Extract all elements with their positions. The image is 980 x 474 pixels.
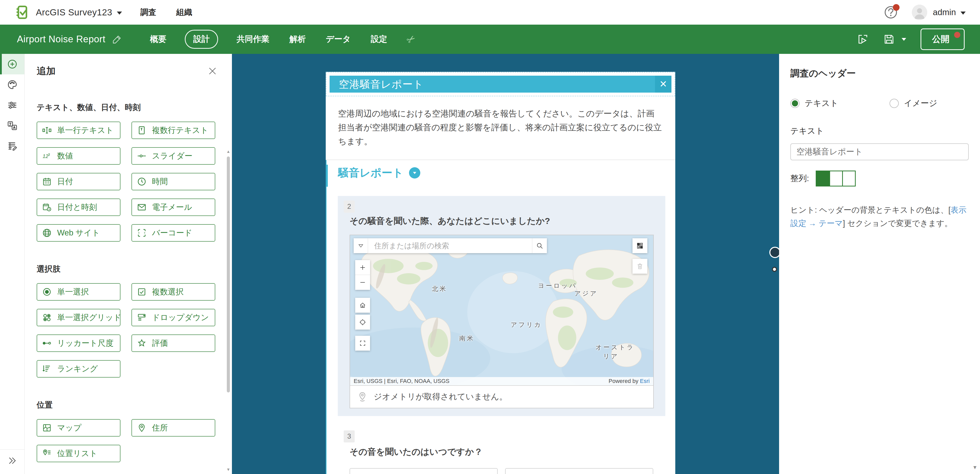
align-right-button[interactable] bbox=[842, 171, 855, 186]
menu-surveys[interactable]: 調査 bbox=[140, 7, 156, 18]
rename-pencil-icon[interactable] bbox=[112, 34, 122, 45]
dropdown-icon bbox=[137, 313, 147, 323]
app-switcher-caret-icon[interactable] bbox=[117, 11, 122, 14]
tab-設計[interactable]: 設計 bbox=[185, 30, 218, 49]
align-center-button[interactable] bbox=[829, 171, 842, 186]
map-clear-button[interactable] bbox=[633, 259, 648, 274]
add-widget-住所[interactable]: 住所 bbox=[132, 419, 215, 437]
add-widget-位置リスト[interactable]: 位置リスト bbox=[37, 445, 121, 462]
username[interactable]: admin bbox=[933, 8, 956, 17]
panel-scrollbar[interactable]: ▲ ▼ bbox=[226, 149, 231, 472]
map-home-button[interactable] bbox=[355, 298, 370, 313]
add-widget-数値[interactable]: 123数値 bbox=[37, 147, 121, 165]
form-header[interactable]: 空港騒音レポート ✕ bbox=[329, 76, 671, 93]
question-3-datetime[interactable]: 3 その音を聞いたのはいつですか？ YYYY/MM/DD bbox=[338, 430, 665, 474]
add-widget-時間[interactable]: 時間 bbox=[132, 173, 215, 190]
esri-link[interactable]: Esri bbox=[640, 378, 650, 384]
add-widget-Web サイト[interactable]: Web サイト bbox=[37, 224, 121, 242]
save-menu-caret-icon[interactable] bbox=[902, 38, 906, 41]
align-label: 整列: bbox=[791, 173, 809, 184]
canvas-drag-handle-small[interactable] bbox=[772, 267, 777, 272]
form-close-icon[interactable]: ✕ bbox=[655, 76, 671, 93]
rail-item-feedback[interactable] bbox=[0, 136, 24, 156]
preview-button[interactable] bbox=[857, 34, 869, 45]
scroll-down-arrow-icon[interactable]: ▼ bbox=[226, 467, 231, 472]
header-text-input[interactable] bbox=[791, 144, 969, 160]
add-widget-単一行テキスト[interactable]: 単一行テキスト bbox=[37, 121, 121, 139]
map-label-アジア: アジア bbox=[574, 289, 598, 297]
search-magnifier-icon[interactable] bbox=[532, 238, 547, 253]
star-icon bbox=[137, 338, 147, 348]
section-collapse-icon[interactable] bbox=[409, 167, 420, 179]
collapse-panel-button[interactable] bbox=[0, 449, 24, 471]
add-widget-単一選択グリッド[interactable]: 単一選択グリッド bbox=[37, 309, 121, 326]
tab-解析[interactable]: 解析 bbox=[288, 30, 307, 48]
add-widget-ドロップダウン[interactable]: ドロップダウン bbox=[132, 309, 215, 326]
map-label-南米: 南米 bbox=[459, 334, 475, 342]
header-type-image-radio[interactable]: イメージ bbox=[889, 98, 937, 109]
add-widget-評価[interactable]: 評価 bbox=[132, 335, 215, 352]
time-select[interactable]: -- : -- bbox=[505, 468, 653, 474]
form-header-selection[interactable]: 空港騒音レポート ✕ bbox=[326, 72, 675, 96]
question-2-map[interactable]: 2 その騒音を聞いた際、あなたはどこにいましたか? bbox=[338, 196, 665, 416]
question-3-badge: 3 bbox=[344, 430, 355, 442]
rail-item-add[interactable] bbox=[0, 54, 24, 74]
add-widget-日付[interactable]: 日付 bbox=[37, 173, 121, 190]
scrollbar-thumb[interactable] bbox=[227, 156, 230, 393]
date-select[interactable]: YYYY/MM/DD bbox=[350, 468, 498, 474]
save-button[interactable] bbox=[883, 34, 895, 45]
add-widget-マップ[interactable]: マップ bbox=[37, 419, 121, 437]
likert-icon bbox=[42, 338, 52, 348]
zoom-in-button[interactable] bbox=[355, 260, 370, 275]
align-left-button[interactable] bbox=[816, 171, 829, 186]
form-preview-card: 空港騒音レポート ✕ 空港周辺の地域における空港関連の騒音を報告してください。こ… bbox=[326, 72, 675, 474]
menu-organization[interactable]: 組織 bbox=[176, 7, 192, 18]
user-menu-caret-icon[interactable] bbox=[961, 11, 966, 14]
add-widget-ランキング[interactable]: ランキング bbox=[37, 360, 121, 378]
search-options-caret-icon[interactable] bbox=[354, 238, 368, 253]
left-rail bbox=[0, 54, 25, 474]
add-widget-単一選択[interactable]: 単一選択 bbox=[37, 283, 121, 301]
map-locate-button[interactable] bbox=[355, 315, 370, 330]
panel-scroll-down-icon[interactable]: ▼ bbox=[972, 464, 977, 471]
multiline-icon bbox=[137, 125, 147, 136]
user-avatar[interactable] bbox=[912, 5, 927, 20]
publish-notification-dot bbox=[954, 32, 960, 38]
canvas-drag-handle-large[interactable] bbox=[769, 247, 779, 258]
scroll-up-arrow-icon[interactable]: ▲ bbox=[226, 149, 231, 154]
tab-共同作業[interactable]: 共同作業 bbox=[235, 30, 271, 48]
header-type-text-radio[interactable]: テキスト bbox=[791, 98, 838, 109]
basemap-selector-button[interactable] bbox=[633, 238, 648, 253]
rail-item-options[interactable] bbox=[0, 95, 24, 115]
plus-circle-icon bbox=[7, 59, 18, 70]
map-view[interactable]: 北米ヨーロッパアジアアフリカ南米オーストラリア bbox=[350, 235, 653, 385]
tab-設定[interactable]: 設定 bbox=[369, 30, 389, 48]
form-section-1[interactable]: 1 騒音レポート 2 その騒音を聞いた際、あなたはどこにいましたか? bbox=[326, 160, 675, 474]
map-fullscreen-button[interactable] bbox=[355, 336, 370, 351]
add-widget-バーコード[interactable]: バーコード bbox=[132, 224, 215, 242]
add-widget-リッカート尺度[interactable]: リッカート尺度 bbox=[37, 335, 121, 352]
tab-概要[interactable]: 概要 bbox=[148, 30, 168, 48]
top-menu: 調査 組織 bbox=[140, 7, 192, 18]
add-widget-複数選択[interactable]: 複数選択 bbox=[132, 283, 215, 301]
widget-label: 時間 bbox=[152, 176, 168, 187]
rail-item-appearance[interactable] bbox=[0, 74, 24, 95]
form-description[interactable]: 空港周辺の地域における空港関連の騒音を報告してください。このデータは、計画担当者… bbox=[326, 96, 675, 160]
rail-item-translate[interactable] bbox=[0, 115, 24, 136]
help-button[interactable] bbox=[884, 5, 898, 19]
publish-button[interactable]: 公開 bbox=[921, 29, 965, 50]
add-widget-日付と時刻[interactable]: 日付と時刻 bbox=[37, 198, 121, 216]
singleline-icon bbox=[42, 125, 52, 136]
add-widget-複数行テキスト[interactable]: 複数行テキスト bbox=[132, 121, 215, 139]
widget-label: 複数選択 bbox=[152, 287, 184, 297]
scissors-icon[interactable]: ✂ bbox=[404, 32, 418, 47]
map-widget: 北米ヨーロッパアジアアフリカ南米オーストラリア bbox=[350, 235, 654, 409]
close-panel-icon[interactable] bbox=[208, 66, 217, 76]
map-search-input[interactable] bbox=[368, 238, 532, 253]
tab-データ[interactable]: データ bbox=[324, 30, 352, 48]
add-widget-スライダー[interactable]: スライダー bbox=[132, 147, 215, 165]
header-hint-text: ヒント: ヘッダーの背景とテキストの色は、[表示設定 → テーマ] セクションで… bbox=[791, 203, 971, 230]
zoom-out-button[interactable] bbox=[355, 275, 370, 290]
add-widget-電子メール[interactable]: 電子メール bbox=[132, 198, 215, 216]
map-label-北米: 北米 bbox=[432, 285, 447, 293]
